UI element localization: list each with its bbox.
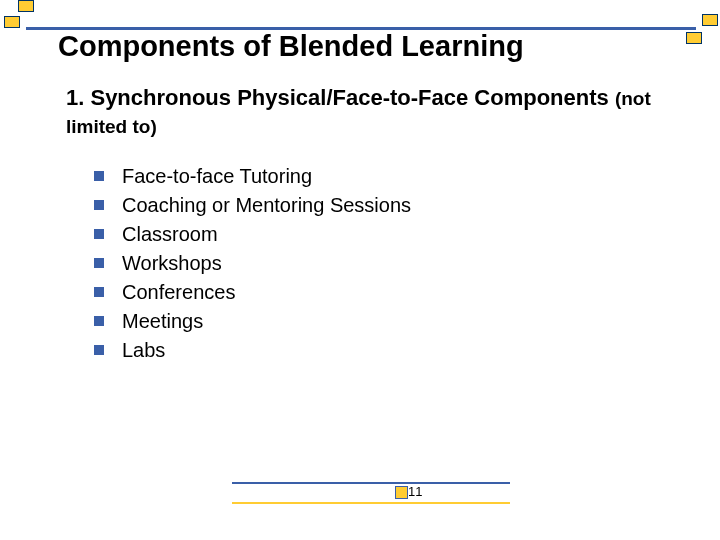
- footer-rule-bottom: [232, 502, 510, 504]
- list-item: Meetings: [94, 307, 660, 336]
- square-icon: [702, 14, 718, 26]
- list-item: Workshops: [94, 249, 660, 278]
- subtitle-main: 1. Synchronous Physical/Face-to-Face Com…: [66, 85, 609, 110]
- slide-subtitle: 1. Synchronous Physical/Face-to-Face Com…: [66, 84, 660, 139]
- list-item: Classroom: [94, 220, 660, 249]
- footer-decoration: 11: [0, 480, 720, 510]
- square-icon: [395, 486, 408, 499]
- list-item: Coaching or Mentoring Sessions: [94, 191, 660, 220]
- square-icon: [686, 32, 702, 44]
- list-item: Labs: [94, 336, 660, 365]
- list-item: Conferences: [94, 278, 660, 307]
- page-number: 11: [408, 484, 422, 499]
- bullet-list: Face-to-face Tutoring Coaching or Mentor…: [94, 162, 660, 365]
- corner-decoration-top-right: [670, 14, 720, 54]
- slide-title: Components of Blended Learning: [58, 30, 524, 63]
- corner-decoration-top-left: [0, 0, 50, 36]
- footer-rule-top: [232, 482, 510, 484]
- square-icon: [18, 0, 34, 12]
- square-icon: [4, 16, 20, 28]
- list-item: Face-to-face Tutoring: [94, 162, 660, 191]
